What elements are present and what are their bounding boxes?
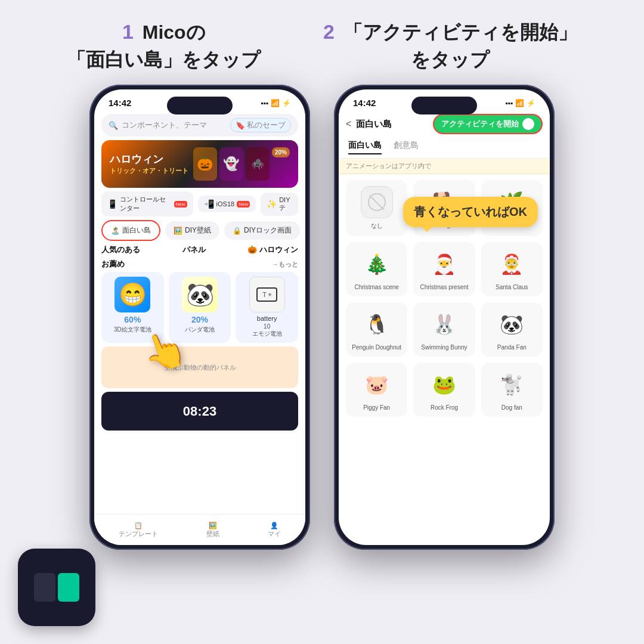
step2-line1: 「アクティビティを開始」 (343, 21, 577, 43)
phone2-screen: 14:42 ▪▪▪ 📶 ⚡ < 面白い島 アクティビティを開始 面白い島 (339, 89, 550, 545)
phone1-status-icons: ▪▪▪ 📶 ⚡ (261, 99, 291, 107)
animated-panel: 空飛ぶ動物の動的パネル (101, 346, 298, 388)
label-dog-fan: Dog fan (485, 404, 539, 411)
grid-item-bunny[interactable]: 🐰 Swimming Bunny (413, 302, 475, 357)
label-christmas-scene: Christmas scene (349, 284, 404, 290)
app-layer-green (58, 573, 79, 602)
chip-label-3: DIYテ (279, 196, 292, 212)
tab-wallpaper[interactable]: 🖼️ 壁紙 (206, 522, 219, 538)
grid-item-penguin[interactable]: 🐧 Penguin Doughnut (346, 302, 407, 357)
widget-emoji-battery[interactable]: TT battery 10 エモジ電池 (236, 272, 298, 343)
activity-label: アクティビティを開始 (441, 119, 519, 129)
cat-diy-wallpaper[interactable]: 🖼️ DIY壁紙 (165, 221, 219, 240)
notice-bar: アニメーションはアプリ内で (339, 159, 550, 174)
cat-omoshiroi-shima[interactable]: 🏝️ 面白い島 (101, 220, 160, 241)
cat-diy-lock[interactable]: 🔒 DIYロック画面 (224, 221, 300, 240)
category-row: 🏝️ 面白い島 🖼️ DIY壁紙 🔒 DIYロック画面 (101, 220, 298, 241)
signal-icon-2: ▪▪▪ (505, 99, 513, 107)
widget-pct-1: 60% (106, 315, 159, 324)
wifi-icon-2: 📶 (515, 99, 524, 107)
chip-control-center[interactable]: 📱 コントロールセンター New (101, 191, 193, 216)
app-layer-dark (34, 573, 55, 602)
app-icon (18, 549, 95, 626)
grid-item-rock-frog[interactable]: 🐸 Rock Frog (413, 363, 475, 417)
widget-pct-3: 10 (240, 323, 293, 330)
recommend-header: お薦め →もっと (101, 259, 298, 270)
search-bar[interactable]: 🔍 コンポーネント、テーマ 🔖 私のセーブ (101, 114, 298, 137)
grid-item-piggy[interactable]: 🐷 Piggy Fan (346, 363, 407, 417)
app-icon-layers (34, 573, 79, 602)
step1-line2: 「面白い島」をタップ (67, 47, 261, 73)
phone2-tabs: 面白い島 創意島 (339, 138, 550, 159)
widget-row: 😁 60% 3D絵文字電池 🐼 20% パンダ電池 TT (101, 272, 298, 343)
popular-title: 人気のある (101, 244, 140, 255)
recommend-title: お薦め (101, 259, 125, 270)
label-bunny: Swimming Bunny (417, 344, 471, 351)
tab-omoshiroi-shima[interactable]: 面白い島 (348, 140, 382, 154)
label-piggy: Piggy Fan (349, 404, 404, 411)
banner-subtitle: トリック・オア・トリート (110, 166, 188, 175)
phone2-status-icons: ▪▪▪ 📶 ⚡ (505, 99, 535, 107)
halloween-banner[interactable]: ハロウィン トリック・オア・トリート 🎃 👻 🕷️ 20% (101, 140, 298, 188)
clock-widget: 08:23 (101, 392, 298, 431)
step1-line1: Micoの (143, 21, 206, 43)
phones-row: 14:42 ▪▪▪ 📶 ⚡ 🔍 コンポーネント、テーマ 🔖 私のセーブ (0, 85, 644, 550)
chip-ios18[interactable]: 📲 iOS18 New (198, 196, 256, 212)
widget-name-3: エモジ電池 (240, 330, 293, 338)
instructions-row: 1 Micoの 「面白い島」をタップ 2 「アクティビティを開始」 をタップ (0, 0, 644, 85)
grid-item-dog-fan[interactable]: 🐩 Dog fan (481, 363, 543, 417)
tab-my[interactable]: 👤 マイ (268, 522, 281, 538)
grid-item-christmas-present[interactable]: 🎅 Christmas present (413, 242, 475, 296)
phone1-frame: 14:42 ▪▪▪ 📶 ⚡ 🔍 コンポーネント、テーマ 🔖 私のセーブ (89, 85, 310, 550)
search-placeholder: コンポーネント、テーマ (122, 120, 207, 131)
label-rock-frog: Rock Frog (417, 404, 471, 411)
label-santa: Santa Claus (485, 284, 539, 290)
label-penguin: Penguin Doughnut (349, 344, 404, 351)
save-badge[interactable]: 🔖 私のセーブ (230, 118, 291, 132)
banner-badge: 20% (272, 147, 290, 157)
wifi-icon: 📶 (271, 99, 280, 107)
activity-toggle[interactable]: アクティビティを開始 (433, 114, 543, 134)
speech-bubble: 青くなっていればOK (403, 197, 538, 227)
step2-number: 2 (323, 20, 335, 43)
step1-block: 1 Micoの 「面白い島」をタップ (67, 18, 261, 73)
grid-item-santa[interactable]: 🤶 Santa Claus (481, 242, 543, 296)
phone2-frame: 14:42 ▪▪▪ 📶 ⚡ < 面白い島 アクティビティを開始 面白い島 (334, 85, 555, 550)
banner-title: ハロウィン (110, 153, 188, 166)
chip-label-1: コントロールセンター (120, 195, 172, 213)
grid-item-panda-fan[interactable]: 🐼 Panda Fan (481, 302, 543, 357)
widget-pct-2: 20% (174, 315, 227, 324)
tab-souishima[interactable]: 創意島 (394, 140, 419, 154)
halloween-label: 🎃 ハロウィン (247, 244, 298, 255)
panel-label: パネル (182, 244, 206, 255)
back-button[interactable]: < (346, 119, 351, 129)
label-panda-fan: Panda Fan (485, 344, 539, 351)
icon-chips-row: 📱 コントロールセンター New 📲 iOS18 New ✨ DIYテ (101, 191, 298, 216)
grid-item-none[interactable]: なし (346, 180, 407, 236)
label-none: なし (349, 222, 404, 230)
chip-diy[interactable]: ✨ DIYテ (261, 193, 298, 216)
search-icon: 🔍 (109, 121, 118, 130)
nav-title: 面白い島 (356, 119, 392, 130)
popular-header: 人気のある パネル 🎃 ハロウィン (101, 244, 298, 255)
banner-images: 🎃 👻 🕷️ 20% (193, 147, 290, 181)
save-label: 私のセーブ (247, 120, 286, 131)
step2-line2: をタップ (323, 47, 577, 73)
dynamic-island-1 (167, 97, 233, 114)
phone1-screen: 14:42 ▪▪▪ 📶 ⚡ 🔍 コンポーネント、テーマ 🔖 私のセーブ (94, 89, 305, 545)
bottom-tab-bar: 📋 テンプレート 🖼️ 壁紙 👤 マイ (94, 514, 305, 545)
chip-label-2: iOS18 (216, 200, 235, 208)
step2-block: 2 「アクティビティを開始」 をタップ (323, 18, 577, 73)
label-christmas-present: Christmas present (417, 284, 471, 290)
more-link[interactable]: →もっと (272, 260, 298, 269)
battery-icon: ⚡ (282, 99, 291, 107)
toggle-knob (522, 118, 534, 130)
grid-item-christmas-scene[interactable]: 🎄 Christmas scene (346, 242, 407, 296)
dynamic-island-2 (411, 97, 477, 114)
step1-number: 1 (122, 20, 134, 43)
phone1-time: 14:42 (109, 98, 131, 108)
phone2-time: 14:42 (353, 98, 376, 108)
signal-icon: ▪▪▪ (261, 99, 268, 107)
tab-template[interactable]: 📋 テンプレート (119, 522, 158, 538)
battery-icon-2: ⚡ (527, 99, 535, 107)
